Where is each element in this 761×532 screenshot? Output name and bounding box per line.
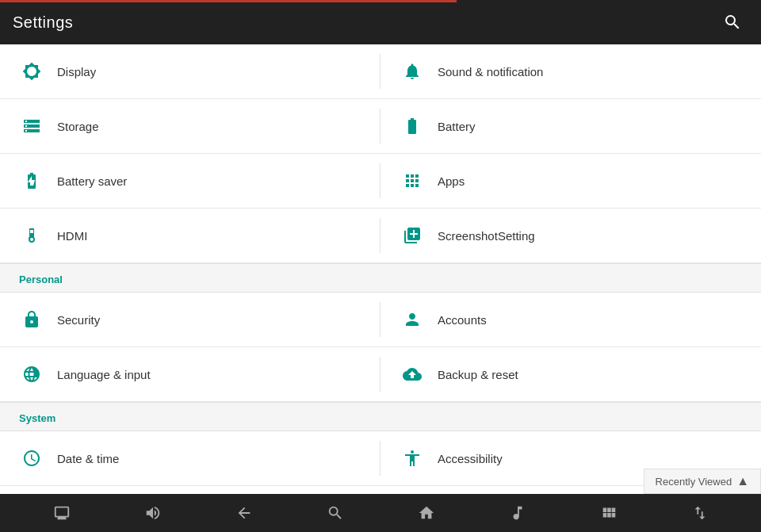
recently-viewed-label: Recently Viewed (656, 476, 732, 488)
taskbar (0, 494, 761, 532)
display-label: Display (57, 65, 96, 78)
bell-icon (400, 59, 425, 84)
settings-item-sound[interactable]: Sound & notification (380, 44, 761, 99)
taskbar-monitor[interactable] (46, 497, 78, 529)
accessibility-label: Accessibility (438, 452, 503, 465)
recently-viewed-icon: ▲ (736, 474, 749, 488)
accessibility-icon (400, 446, 425, 471)
device-grid: Display Sound & notification Storage (0, 44, 761, 263)
content-area: Display Sound & notification Storage (0, 44, 761, 532)
settings-item-language[interactable]: Language & input (0, 347, 380, 402)
battery-saver-label: Battery saver (57, 174, 127, 188)
brightness-icon (19, 59, 44, 84)
recently-viewed-badge[interactable]: Recently Viewed ▲ (644, 469, 761, 494)
cloud-upload-icon (400, 362, 425, 387)
section-personal: Personal Security Accounts (0, 263, 761, 402)
datetime-label: Date & time (57, 452, 119, 465)
sound-label: Sound & notification (438, 65, 543, 78)
app-title: Settings (13, 13, 73, 32)
settings-item-screenshot[interactable]: ScreenshotSetting (380, 209, 761, 263)
battery-label: Battery (438, 120, 476, 133)
taskbar-grid[interactable] (593, 497, 625, 529)
settings-item-apps[interactable]: Apps (380, 154, 761, 209)
personal-header: Personal (0, 263, 761, 293)
battery-saver-icon (19, 168, 44, 193)
top-bar: Settings (0, 0, 761, 44)
screenshot-label: ScreenshotSetting (438, 229, 535, 243)
taskbar-volume[interactable] (137, 497, 169, 529)
taskbar-sound2[interactable] (502, 497, 533, 529)
taskbar-back[interactable] (228, 497, 260, 529)
apps-label: Apps (438, 174, 465, 188)
section-device: Display Sound & notification Storage (0, 44, 761, 263)
settings-item-security[interactable]: Security (0, 293, 380, 347)
system-header: System (0, 402, 761, 431)
settings-item-backup[interactable]: Backup & reset (380, 347, 761, 402)
settings-item-storage[interactable]: Storage (0, 99, 380, 154)
taskbar-home[interactable] (411, 497, 442, 529)
screenshot-icon (400, 223, 425, 248)
personal-grid: Security Accounts Language & input (0, 293, 761, 402)
language-label: Language & input (57, 368, 151, 381)
backup-label: Backup & reset (438, 368, 518, 381)
settings-item-battery[interactable]: Battery (380, 99, 761, 154)
storage-icon (19, 113, 44, 139)
settings-item-battery-saver[interactable]: Battery saver (0, 154, 380, 209)
storage-label: Storage (57, 120, 99, 133)
taskbar-search[interactable] (319, 497, 351, 529)
accounts-label: Accounts (438, 313, 487, 327)
person-icon (400, 307, 425, 332)
hdmi-icon (19, 223, 44, 248)
search-button[interactable] (717, 6, 748, 38)
security-label: Security (57, 313, 100, 327)
settings-item-hdmi[interactable]: HDMI (0, 209, 380, 263)
apps-icon (400, 168, 425, 193)
settings-item-accounts[interactable]: Accounts (380, 293, 761, 347)
globe-icon (19, 362, 44, 387)
clock-icon (19, 446, 44, 471)
lock-icon (19, 307, 44, 332)
battery-icon (400, 113, 425, 139)
settings-item-datetime[interactable]: Date & time (0, 431, 380, 486)
hdmi-label: HDMI (57, 229, 87, 243)
settings-item-display[interactable]: Display (0, 44, 380, 99)
taskbar-swap[interactable] (684, 497, 716, 529)
